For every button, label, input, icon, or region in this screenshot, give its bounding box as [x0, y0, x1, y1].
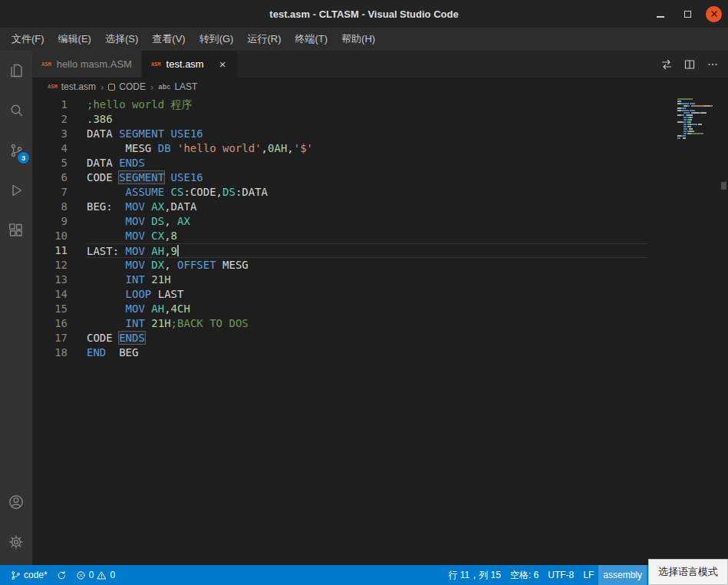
problems-status[interactable]: 0 0	[71, 565, 120, 585]
warning-count: 0	[110, 570, 115, 580]
tab-test-asm[interactable]: ASMtest.asm×	[142, 51, 239, 78]
code-text: MOV CX,8	[87, 229, 648, 243]
tab-label: test.asm	[166, 58, 204, 70]
settings-button[interactable]	[0, 522, 32, 562]
breadcrumb: ASM test.asm › CODE › abc LAST	[32, 78, 728, 96]
line-number[interactable]: 15	[32, 302, 68, 316]
line-number[interactable]: 1	[32, 98, 68, 112]
activity-bar: 3	[0, 51, 32, 565]
line-number[interactable]: 6	[32, 170, 68, 185]
account-button[interactable]	[0, 482, 32, 522]
code-line-18[interactable]: 18END BEG	[32, 345, 728, 360]
breadcrumb-file[interactable]: test.asm	[61, 81, 96, 92]
sync-button[interactable]	[52, 565, 71, 585]
text-cursor	[177, 245, 179, 256]
explorer-button[interactable]	[0, 51, 32, 91]
breadcrumb-symbol[interactable]: CODE	[119, 81, 146, 92]
code-line-15[interactable]: 15 MOV AH,4CH	[32, 302, 728, 316]
close-tab-icon[interactable]: ×	[217, 58, 229, 71]
line-number[interactable]: 11	[32, 243, 68, 258]
code-text: .386	[87, 112, 648, 127]
line-number[interactable]: 5	[32, 156, 68, 170]
code-text: INT 21H	[87, 273, 648, 287]
code-line-13[interactable]: 13 INT 21H	[32, 273, 728, 287]
breadcrumb-member[interactable]: LAST	[174, 81, 197, 92]
menu-item-view[interactable]: 查看(V)	[145, 29, 192, 49]
line-number[interactable]: 12	[32, 258, 68, 273]
line-number[interactable]: 17	[32, 331, 68, 345]
cursor-position-status[interactable]: 行 11，列 15	[443, 565, 505, 585]
menu-item-help[interactable]: 帮助(H)	[334, 29, 382, 49]
run-debug-button[interactable]	[0, 170, 32, 210]
code-text: MOV DX, OFFSET MESG	[87, 258, 648, 273]
minimize-icon	[657, 16, 664, 18]
code-text: END BEG	[87, 345, 648, 360]
code-text: CODE ENDS	[87, 331, 648, 345]
code-line-16[interactable]: 16 INT 21H;BACK TO DOS	[32, 316, 728, 331]
source-control-button[interactable]: 3	[0, 131, 32, 170]
line-number[interactable]: 9	[32, 214, 68, 229]
line-number[interactable]: 2	[32, 112, 68, 127]
gear-icon	[7, 533, 25, 551]
code-line-12[interactable]: 12 MOV DX, OFFSET MESG	[32, 258, 728, 273]
git-branch-status[interactable]: code*	[6, 565, 52, 585]
extensions-button[interactable]	[0, 210, 32, 250]
eol-status[interactable]: LF	[578, 565, 598, 585]
menu-item-goto[interactable]: 转到(G)	[193, 29, 241, 49]
tab-hello-masm[interactable]: ASMhello masm.ASM	[32, 51, 142, 78]
code-line-8[interactable]: 8BEG: MOV AX,DATA	[32, 200, 728, 214]
code-line-6[interactable]: 6CODE SEGMENT USE16	[32, 170, 728, 185]
line-number[interactable]: 18	[32, 345, 68, 360]
activity-bar-top: 3	[0, 51, 32, 250]
code-line-5[interactable]: 5DATA ENDS	[32, 156, 728, 170]
more-actions-button[interactable]	[707, 58, 719, 71]
code-line-2[interactable]: 2.386	[32, 112, 728, 127]
indentation-status[interactable]: 空格: 6	[506, 565, 543, 585]
line-number[interactable]: 8	[32, 200, 68, 214]
minimize-button[interactable]	[652, 5, 669, 22]
menu-item-selection[interactable]: 选择(S)	[98, 29, 145, 49]
run-debug-icon	[7, 181, 25, 200]
code-line-11[interactable]: 11LAST: MOV AH,9	[32, 243, 728, 258]
code-line-17[interactable]: 17CODE ENDS	[32, 331, 728, 345]
line-number[interactable]: 13	[32, 273, 68, 287]
code-line-9[interactable]: 9 MOV DS, AX	[32, 214, 728, 229]
menu-item-file[interactable]: 文件(F)	[5, 29, 51, 49]
code-text: MOV AH,4CH	[87, 302, 648, 316]
restore-icon	[684, 11, 691, 18]
code-line-10[interactable]: 10 MOV CX,8	[32, 229, 728, 243]
asm-file-icon: ASM	[48, 84, 58, 90]
menu-item-run[interactable]: 运行(R)	[240, 29, 288, 49]
menu-item-edit[interactable]: 编辑(E)	[51, 29, 98, 49]
editor[interactable]: 1;hello world 程序2.3863DATA SEGMENT USE16…	[32, 96, 728, 565]
open-changes-button[interactable]	[660, 58, 673, 71]
search-button[interactable]	[0, 91, 32, 131]
close-icon	[710, 10, 718, 18]
code-line-1[interactable]: 1;hello world 程序	[32, 98, 728, 112]
restore-button[interactable]	[679, 5, 696, 22]
code-line-7[interactable]: 7 ASSUME CS:CODE,DS:DATA	[32, 185, 728, 200]
line-number[interactable]: 10	[32, 229, 68, 243]
line-number[interactable]: 16	[32, 316, 68, 331]
line-number[interactable]: 14	[32, 287, 68, 302]
status-bar-left: code* 0 0	[6, 565, 120, 585]
code-area: 1;hello world 程序2.3863DATA SEGMENT USE16…	[32, 96, 728, 360]
line-number[interactable]: 3	[32, 127, 68, 141]
scm-badge: 3	[18, 152, 29, 164]
split-editor-icon	[684, 58, 696, 71]
line-number[interactable]: 4	[32, 141, 68, 156]
code-line-4[interactable]: 4 MESG DB 'hello world',0AH,'$'	[32, 141, 728, 156]
code-line-14[interactable]: 14 LOOP LAST	[32, 287, 728, 302]
minimap[interactable]	[677, 98, 717, 140]
encoding-status[interactable]: UTF-8	[543, 565, 578, 585]
language-mode-tooltip: 选择语言模式	[648, 559, 728, 585]
code-line-3[interactable]: 3DATA SEGMENT USE16	[32, 127, 728, 141]
code-text: BEG: MOV AX,DATA	[87, 200, 648, 214]
menu-item-terminal[interactable]: 终端(T)	[288, 29, 334, 49]
line-number[interactable]: 7	[32, 185, 68, 200]
code-text: ;hello world 程序	[87, 98, 648, 112]
language-mode-status[interactable]: assembly	[598, 565, 647, 585]
code-text: CODE SEGMENT USE16	[87, 170, 648, 185]
split-editor-button[interactable]	[684, 58, 696, 71]
close-button[interactable]	[706, 6, 722, 22]
